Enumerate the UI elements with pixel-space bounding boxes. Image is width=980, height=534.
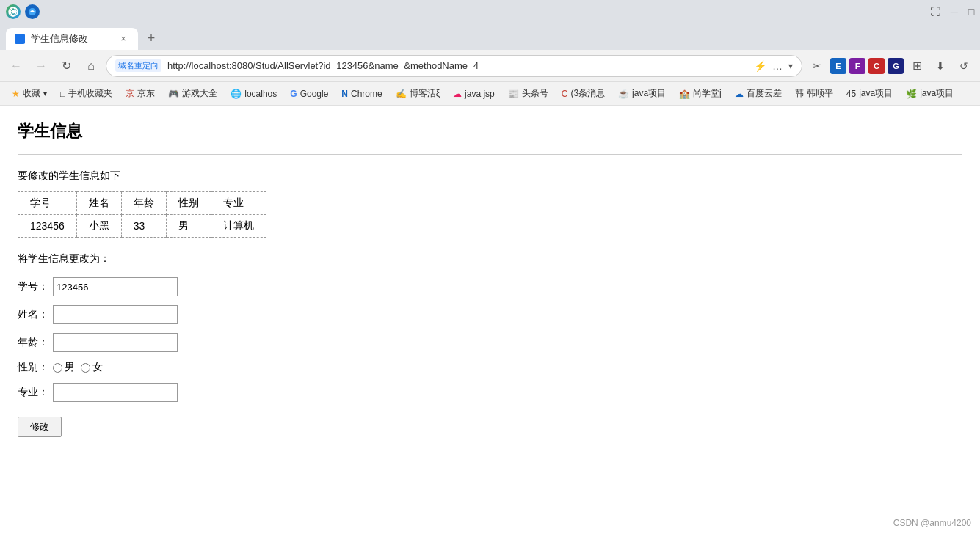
ext-icon-3[interactable]: C: [868, 58, 885, 74]
toutiao-icon: 📰: [508, 89, 519, 99]
table-header-gender: 性别: [166, 192, 211, 215]
maximize-btn[interactable]: □: [968, 6, 974, 18]
address-bar[interactable]: 域名重定向 ⚡ … ▾: [106, 55, 802, 77]
tab-close-btn[interactable]: ×: [117, 33, 129, 45]
major-input[interactable]: [53, 383, 178, 402]
bookmark-shangxuetang[interactable]: 🏫 尚学堂j: [673, 85, 727, 103]
bookmark-favorites[interactable]: ★ 收藏 ▾: [6, 85, 53, 103]
change-label: 将学生信息更改为：: [18, 252, 962, 266]
fullscreen-btn[interactable]: ⛶: [930, 6, 940, 18]
redirect-badge: 域名重定向: [115, 59, 161, 72]
bookmark-java-jsp[interactable]: ☁ java jsp: [447, 85, 501, 103]
chrome-icon: N: [341, 89, 348, 99]
table-cell-name: 小黑: [76, 215, 121, 238]
ext-icon-4[interactable]: G: [888, 58, 904, 74]
gender-female-text: 女: [92, 361, 103, 374]
home-btn[interactable]: ⌂: [81, 56, 101, 76]
table-header-age: 年龄: [121, 192, 166, 215]
bookmark-java3[interactable]: 🌿 java项目: [900, 85, 959, 103]
gender-male-text: 男: [65, 361, 75, 374]
window-controls[interactable]: ⛶ ─ □ ✕: [955, 5, 974, 18]
mobile-icon: □: [60, 89, 65, 99]
dropdown-btn[interactable]: ▾: [788, 61, 793, 71]
star-icon: ★: [12, 89, 20, 99]
tab-bar: 学生信息修改 × +: [0, 23, 980, 50]
table-cell-id: 123456: [18, 215, 77, 238]
submit-btn[interactable]: 修改: [18, 417, 62, 437]
gender-male-radio[interactable]: [53, 363, 62, 373]
bookmark-games[interactable]: 🎮 游戏大全: [162, 85, 223, 103]
bookmark-label: java项目: [859, 87, 893, 100]
bookmarks-bar: ★ 收藏 ▾ □ 手机收藏夹 京 京东 🎮 游戏大全 🌐 localhos G …: [0, 82, 980, 106]
table-cell-age: 33: [121, 215, 166, 238]
bookmark-google[interactable]: G Google: [284, 85, 334, 103]
reload-btn[interactable]: ↻: [56, 56, 76, 76]
bookmark-localhost[interactable]: 🌐 localhos: [225, 85, 283, 103]
bookmark-blog[interactable]: ✍ 博客活ξ: [390, 85, 446, 103]
toolbar-extensions: ✂ E F C G ⊞ ⬇ ↺: [807, 56, 974, 76]
bookmark-label: Google: [300, 89, 329, 99]
gender-female-radio[interactable]: [81, 363, 90, 373]
bookmark-java1[interactable]: ☕ java项目: [612, 85, 672, 103]
bookmark-label: localhos: [244, 89, 277, 99]
gender-male-label[interactable]: 男: [53, 361, 75, 374]
bookmark-baidu-cloud[interactable]: ☁ 百度云差: [729, 85, 788, 103]
age-input[interactable]: [53, 333, 178, 352]
gender-row: 性别： 男 女: [18, 361, 962, 374]
ext-icon-2[interactable]: F: [849, 58, 865, 74]
han-icon: 韩: [795, 87, 804, 100]
toolbar: ← → ↻ ⌂ 域名重定向 ⚡ … ▾ ✂ E F C G ⊞ ⬇ ↺: [0, 50, 980, 82]
page-title: 学生信息: [18, 120, 962, 142]
active-tab[interactable]: 学生信息修改 ×: [6, 28, 138, 50]
more-btn[interactable]: …: [772, 60, 783, 72]
history-icon[interactable]: ↺: [954, 56, 974, 76]
submit-row: 修改: [18, 411, 962, 437]
window-controls-area: ⛶ ─ □ ✕: [955, 5, 968, 18]
java2-icon: 45: [846, 89, 856, 99]
current-info-label: 要修改的学生信息如下: [18, 169, 962, 183]
back-btn[interactable]: ←: [6, 56, 26, 76]
bookmark-mobile[interactable]: □ 手机收藏夹: [54, 85, 118, 103]
new-tab-btn[interactable]: +: [141, 28, 161, 48]
gender-female-label[interactable]: 女: [81, 361, 103, 374]
bookmark-toutiao[interactable]: 📰 头条号: [502, 85, 554, 103]
school-icon: 🏫: [679, 89, 690, 99]
table-header-id: 学号: [18, 192, 77, 215]
bookmark-jd[interactable]: 京 京东: [120, 85, 161, 103]
tab-title: 学生信息修改: [31, 32, 88, 45]
bookmark-label: 博客活ξ: [410, 87, 440, 100]
bookmark-chrome[interactable]: N Chrome: [335, 85, 388, 103]
app-icon: [25, 4, 40, 19]
browser-content: 学生信息 要修改的学生信息如下 学号 姓名 年龄 性别 专业 123456 小黑…: [0, 106, 980, 534]
ext-icon-1[interactable]: E: [830, 58, 846, 74]
bookmark-label: java项目: [920, 87, 954, 100]
bookmark-label: (3条消息: [570, 87, 605, 100]
scissors-icon[interactable]: ✂: [807, 56, 827, 76]
grid-icon[interactable]: ⊞: [907, 56, 927, 76]
major-row: 专业：: [18, 383, 962, 402]
bookmark-csdn[interactable]: C (3条消息: [556, 85, 611, 103]
bookmark-java2[interactable]: 45 java项目: [841, 85, 899, 103]
title-bar-left: [6, 4, 40, 19]
name-row: 姓名：: [18, 305, 962, 324]
table-header-major: 专业: [211, 192, 266, 215]
minimize-btn[interactable]: ─: [951, 6, 958, 18]
id-input[interactable]: [53, 277, 178, 296]
chevron-icon: ▾: [43, 89, 47, 98]
bookmark-label: 百度云差: [747, 87, 782, 100]
gender-radio-group: 男 女: [53, 361, 103, 374]
bookmark-label: 京东: [137, 87, 155, 100]
watermark: CSDN @anmu4200: [893, 518, 971, 528]
tab-favicon: [15, 34, 25, 44]
student-info-table: 学号 姓名 年龄 性别 专业 123456 小黑 33 男 计算机: [18, 191, 266, 238]
id-label: 学号：: [18, 280, 48, 293]
address-input[interactable]: [167, 60, 748, 71]
download-icon[interactable]: ⬇: [930, 56, 951, 76]
major-label: 专业：: [18, 386, 48, 399]
name-label: 姓名：: [18, 308, 48, 321]
forward-btn[interactable]: →: [31, 56, 51, 76]
name-input[interactable]: [53, 305, 178, 324]
cloud-icon: ☁: [453, 89, 462, 99]
lightning-icon: ⚡: [754, 60, 766, 72]
bookmark-han[interactable]: 韩 韩顺平: [789, 85, 839, 103]
